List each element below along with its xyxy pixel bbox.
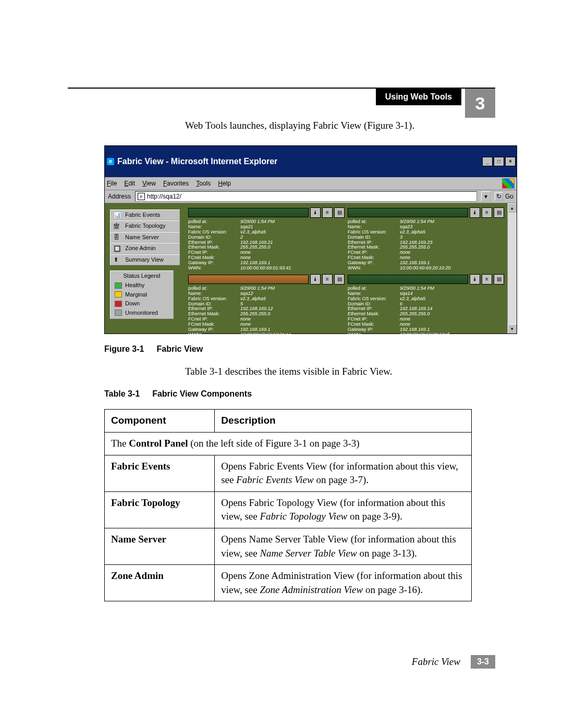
admin-icon[interactable]: ≡ — [322, 274, 333, 285]
col-component: Component — [105, 410, 215, 433]
switch-grid: 🌡≡▤polled at:9/29/00 1:54 PMName:sqa21Fa… — [185, 203, 507, 334]
description-cell: Opens Fabric Topology View (for informat… — [215, 491, 472, 528]
scroll-up-button[interactable]: ▴ — [508, 203, 517, 213]
field-value: 9/29/00 1:54 PM — [400, 286, 504, 291]
switch-field: polled at:9/29/00 1:54 PM — [348, 219, 504, 225]
page-footer: Fabric View 3-3 — [412, 655, 495, 669]
ie-icon: e — [107, 158, 114, 165]
admin-icon[interactable]: ≡ — [322, 207, 333, 218]
admin-icon[interactable]: ≡ — [482, 274, 492, 285]
switch-graphic[interactable] — [188, 208, 309, 217]
panel-button-label: Fabric Events — [125, 211, 160, 219]
panel-button-label: Zone Admin — [125, 244, 156, 252]
switch-graphic[interactable] — [188, 275, 309, 284]
field-value: 9/29/00 1:54 PM — [240, 219, 345, 225]
admin-icon[interactable]: ≡ — [482, 207, 492, 218]
maximize-button[interactable]: □ — [494, 157, 504, 166]
minimize-button[interactable]: _ — [482, 157, 493, 166]
page-icon: e — [138, 193, 145, 200]
field-value: 255.255.255.0 — [400, 312, 504, 317]
go-button[interactable]: ↻ Go — [495, 192, 513, 201]
window-title-text: Fabric View - Microsoft Internet Explore… — [117, 156, 277, 167]
menu-item[interactable]: Edit — [124, 179, 135, 188]
field-value: v2.3_alpha5 — [240, 230, 345, 235]
legend-label: Down — [125, 300, 140, 307]
address-dropdown-button[interactable]: ▾ — [481, 191, 491, 202]
field-value: 255.255.255.0 — [240, 245, 345, 250]
cp-suffix: (on the left side of Figure 3-1 on page … — [188, 438, 359, 449]
content-area: 📊Fabric Events🕸Fabric Topology🗄Name Serv… — [105, 203, 517, 334]
scroll-down-button[interactable]: ▾ — [508, 324, 517, 334]
col-description: Description — [215, 410, 472, 433]
switch-card: 🌡≡▤polled at:9/29/00 1:54 PMName:sqa12Fa… — [188, 274, 345, 338]
switch-header: 🌡≡▤ — [348, 274, 504, 285]
switch-header: 🌡≡▤ — [188, 274, 345, 285]
table-row: Fabric TopologyOpens Fabric Topology Vie… — [105, 491, 472, 528]
telnet-icon[interactable]: ▤ — [494, 274, 504, 285]
switch-field: Fabric OS version:v2.3_alpha5 — [188, 230, 345, 235]
legend-row: Down — [111, 299, 173, 308]
menu-item[interactable]: Help — [218, 179, 231, 188]
switch-graphic[interactable] — [348, 208, 468, 217]
field-value: 10:00:00:60:69:01:93:41 — [240, 266, 345, 271]
panel-button-icon: 🕸 — [114, 223, 122, 230]
switch-field: Fabric OS version:v2.3_alpha5 — [348, 297, 504, 302]
thermometer-icon[interactable]: 🌡 — [310, 274, 321, 285]
switch-field: WWN:10:00:00:60:69:01:93:41 — [188, 266, 345, 271]
menu-item[interactable]: File — [107, 179, 117, 188]
status-legend: Status Legend HealthyMarginalDownUnmonit… — [110, 270, 174, 319]
panel-button-label: Name Server — [125, 233, 159, 241]
panel-button[interactable]: 📊Fabric Events — [110, 209, 180, 220]
telnet-icon[interactable]: ▤ — [494, 207, 504, 218]
field-key: WWN: — [188, 266, 240, 271]
field-value: none — [400, 317, 504, 322]
table-title: Fabric View Components — [152, 388, 252, 400]
address-input[interactable]: e http://sqa12/ — [135, 191, 477, 202]
page: Using Web Tools 3 Web Tools launches, di… — [0, 0, 563, 728]
components-table: Component Description The Control Panel … — [104, 409, 472, 601]
switch-card: 🌡≡▤polled at:9/29/00 1:54 PMName:sqa21Fa… — [188, 207, 345, 271]
switch-header: 🌡≡▤ — [188, 207, 345, 218]
thermometer-icon[interactable]: 🌡 — [470, 207, 480, 218]
telnet-icon[interactable]: ▤ — [334, 274, 345, 285]
menu-item[interactable]: Favorites — [163, 179, 189, 188]
field-value: v2.3_alpha5 — [400, 230, 504, 235]
field-key: WWN: — [188, 332, 240, 338]
thermometer-icon[interactable]: 🌡 — [310, 207, 321, 218]
vertical-scrollbar[interactable]: ▴ ▾ — [507, 203, 517, 334]
thermometer-icon[interactable]: 🌡 — [470, 274, 480, 285]
field-value: 9/29/00 1:54 PM — [240, 286, 345, 291]
switch-graphic[interactable] — [348, 275, 468, 284]
panel-button[interactable]: 🗄Name Server — [110, 232, 180, 243]
panel-button-icon: 🔲 — [114, 245, 122, 252]
field-value: 255.255.255.0 — [400, 245, 504, 250]
switch-field: Fabric OS version:v2.3_alpha5 — [188, 297, 345, 302]
switch-field: polled at:9/29/00 1:54 PM — [188, 286, 345, 291]
menu-item[interactable]: View — [142, 179, 156, 188]
figure-caption: Figure 3-1 Fabric View — [104, 343, 472, 355]
close-button[interactable]: × — [505, 157, 516, 166]
panel-button[interactable]: 🔲Zone Admin — [110, 243, 180, 254]
description-cell: Opens Fabric Events View (for informatio… — [215, 455, 472, 491]
legend-label: Unmonitored — [125, 309, 158, 317]
go-arrow-icon: ↻ — [495, 192, 503, 201]
window-titlebar: e Fabric View - Microsoft Internet Explo… — [105, 146, 517, 177]
switch-header: 🌡≡▤ — [348, 207, 504, 218]
address-bar: Address e http://sqa12/ ▾ ↻ Go — [105, 190, 517, 203]
description-cell: Opens Name Server Table View (for inform… — [215, 528, 472, 564]
field-value: none — [240, 317, 345, 322]
panel-button[interactable]: 🕸Fabric Topology — [110, 220, 180, 231]
menu-item[interactable]: Tools — [196, 179, 211, 188]
legend-label: Marginal — [125, 291, 147, 299]
windows-flag-icon — [502, 178, 515, 189]
legend-swatch — [115, 301, 122, 307]
table-header-row: Component Description — [105, 410, 472, 433]
description-cell: Opens Zone Administration View (for info… — [215, 565, 472, 601]
telnet-icon[interactable]: ▤ — [334, 207, 345, 218]
panel-button[interactable]: ⬆Summary View — [110, 254, 180, 265]
switch-field: WWN:10:00:00:60:69:20:10:20 — [348, 266, 504, 271]
field-value: 10:00:00:60:69:10:2a:aa — [240, 332, 345, 338]
intro-text: Web Tools launches, displaying Fabric Vi… — [185, 119, 472, 133]
footer-section: Fabric View — [412, 656, 460, 668]
switch-field: polled at:9/29/00 1:54 PM — [348, 286, 504, 291]
